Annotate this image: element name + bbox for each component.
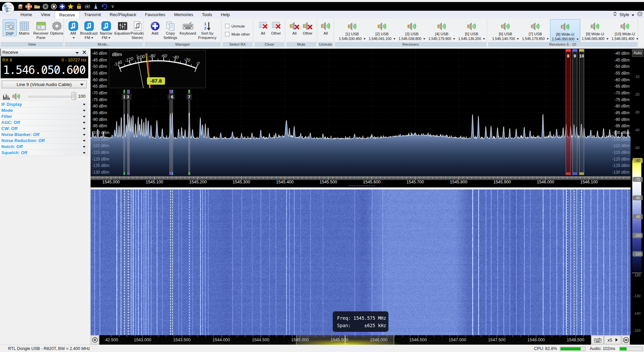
lock-icon[interactable] <box>75 3 83 10</box>
home-icon[interactable] <box>17 3 24 10</box>
receiver-button-5[interactable]: [5] USB1.545.136.200 <box>457 19 487 41</box>
receiver-id-mode: [2] USB <box>375 32 389 37</box>
palette-handle--110[interactable]: -110 <box>633 252 643 257</box>
folder-icon[interactable] <box>34 3 41 10</box>
receiver-button-6[interactable]: [6] USB1.545.140.700 <box>490 19 521 41</box>
ribbon-button-broadcast[interactable]: BroadcastFM <box>80 19 98 40</box>
receiver-button-3[interactable]: [3] USB1.545.038.800 <box>397 19 427 41</box>
palette-handle--100[interactable]: -100 <box>633 233 643 238</box>
style-button[interactable]: Style <box>620 12 629 17</box>
ribbon-button-copy[interactable]: CopySettings <box>162 19 178 40</box>
palette-handle--60[interactable]: -60 <box>633 158 643 163</box>
quick-access-dropdown-icon[interactable] <box>109 3 116 10</box>
receiver-band-marker-10[interactable]: 10 <box>579 49 584 175</box>
scroll-right-button[interactable] <box>622 336 630 344</box>
audio-device-select[interactable]: Line 9 (Virtual Audio Cable) <box>2 81 87 88</box>
equaliser-bars-icon[interactable] <box>3 92 11 102</box>
ribbon-button-narrow[interactable]: NarrowFM <box>99 19 113 40</box>
palette-auto-button[interactable]: Auto <box>632 49 643 57</box>
checkbox-box[interactable] <box>225 32 229 36</box>
receiver-marker-label-7[interactable]: 7 <box>186 94 192 100</box>
add-icon[interactable] <box>59 3 66 10</box>
settings-section-noise-reduction-off[interactable]: Noise Reduction: Off <box>0 138 88 144</box>
panel-close-icon[interactable] <box>83 49 86 55</box>
ribbon-button-pseudo[interactable]: PseudoStereo <box>131 19 144 40</box>
ribbon-button-all[interactable]: All <box>289 19 300 36</box>
tab-home[interactable]: Home <box>16 11 37 18</box>
settings-section-filter[interactable]: Filter <box>0 114 88 120</box>
palette-handle--80[interactable]: -80 <box>633 195 643 201</box>
palette-handle--70[interactable]: -70 <box>633 177 643 182</box>
ribbon-button-am[interactable]: AM <box>67 19 79 40</box>
checkbox-box[interactable] <box>225 24 229 28</box>
receiver-band-marker-9[interactable]: 9 <box>572 49 578 175</box>
receiver-button-10[interactable]: [10] Wide-U1.546.081.400 <box>610 19 640 41</box>
scroll-left-button[interactable] <box>91 336 99 344</box>
tab-favourites[interactable]: Favourites <box>141 11 170 18</box>
receiver-button-7[interactable]: [7] USB1.545.179.850 <box>520 19 550 41</box>
ribbon-button-all[interactable]: All <box>258 19 268 36</box>
favourite-star-icon[interactable] <box>67 3 74 10</box>
ribbon-button-other[interactable]: Other <box>301 19 314 36</box>
tab-help[interactable]: Help <box>216 11 234 18</box>
help-lifebuoy-icon[interactable] <box>25 3 32 10</box>
keyboard-entry-button[interactable] <box>591 336 604 344</box>
receiver-button-2[interactable]: [2] USB1.545.041.100 <box>367 19 397 41</box>
style-dropdown-icon[interactable] <box>632 12 635 18</box>
tab-view[interactable]: View <box>37 11 55 18</box>
checkbox-unmute[interactable]: Unmute <box>225 24 245 28</box>
receiver-marker-label-3[interactable]: 3 <box>125 94 130 100</box>
panel-menu-icon[interactable] <box>75 49 79 55</box>
navigation-scale[interactable]: 42.5001543.0001543.5001544.0001544.50015… <box>99 335 591 345</box>
palette-handle--90[interactable]: -90 <box>633 214 643 219</box>
speaker-green-icon <box>321 19 331 31</box>
spectrum-display[interactable]: 89101235647-40 dBm-40 dBm-45 dBm-45 dBm-… <box>91 49 631 176</box>
ribbon-button-equaliser[interactable]: Equaliser <box>114 19 131 36</box>
stop-icon[interactable] <box>50 3 57 10</box>
volume-slider-thumb[interactable] <box>71 92 76 100</box>
settings-gear-icon[interactable] <box>637 11 643 18</box>
frequency-display[interactable]: RX 8 0 - 10727 Hz 1.546.050.600 <box>1 56 88 78</box>
receiver-button-1[interactable]: [1] USB1.545.030.450 <box>337 19 367 41</box>
speaker-icon[interactable] <box>12 92 21 102</box>
receiver-button-8[interactable]: [8] Wide-U1.546.050.600 <box>550 19 580 42</box>
settings-section-mode[interactable]: Mode <box>0 107 88 114</box>
settings-section-agc-off[interactable]: AGC: Off <box>0 120 88 126</box>
ribbon-button-matrix[interactable]: Matrix <box>17 19 31 36</box>
spectrum-frequency-ruler[interactable]: 1545.0001545.1001545.2001545.3001545.400… <box>91 176 631 187</box>
receive-panel-header[interactable]: Receive <box>0 49 88 56</box>
receiver-marker-label-6[interactable]: 6 <box>169 94 175 100</box>
receiver-button-4[interactable]: [4] USB1.545.179.900 <box>427 19 457 41</box>
speed-button[interactable]: x5 <box>604 336 621 344</box>
receiver-button-9[interactable]: [9] Wide-U1.546.065.800 <box>580 19 610 41</box>
settings-section-notch-off[interactable]: Notch: Off <box>0 144 88 150</box>
panel-splitter[interactable] <box>88 49 91 345</box>
camera-icon[interactable] <box>84 3 91 10</box>
ribbon-button-options[interactable]: Options <box>51 19 62 36</box>
checkbox-mute-other[interactable]: Mute other <box>225 32 250 36</box>
volume-slider-track[interactable] <box>29 96 74 97</box>
app-logo-icon[interactable] <box>2 2 14 14</box>
ribbon-button-add[interactable]: Add <box>149 19 161 36</box>
tab-memories[interactable]: Memories <box>170 11 198 18</box>
ribbon-button-all[interactable]: All <box>320 19 331 36</box>
undo-icon[interactable] <box>101 3 108 10</box>
tab-transmit[interactable]: Transmit <box>80 11 105 18</box>
ribbon-button-dsp[interactable]: DSP <box>3 19 17 36</box>
ribbon-button-keyboard[interactable]: Keyboard <box>179 19 197 36</box>
tab-rec-playback[interactable]: Rec/Playback <box>105 11 141 18</box>
collapse-ribbon-icon[interactable] <box>613 11 617 18</box>
antenna-icon[interactable] <box>92 3 99 10</box>
tab-tools[interactable]: Tools <box>198 11 216 18</box>
tab-receive[interactable]: Receive <box>55 11 80 18</box>
waterfall-display[interactable]: Freq: 1545.575 MHz Span: ±625 kHz <box>91 189 631 335</box>
ribbon-button-sort-by[interactable]: 12Sort byFrequency <box>198 19 217 40</box>
settings-section-cw-off[interactable]: CW: Off <box>0 126 88 132</box>
settings-section-noise-blanker-off[interactable]: Noise Blanker: Off <box>0 132 88 138</box>
receiver-band-marker-8[interactable]: 8 <box>566 49 571 175</box>
ribbon-button-receiver[interactable]: ReceiverPane <box>32 19 50 40</box>
settings-section-squelch-off[interactable]: Squelch: Off <box>0 150 88 156</box>
settings-section-if-display[interactable]: IF Display <box>0 101 88 107</box>
ribbon-button-other[interactable]: Other <box>270 19 282 36</box>
play-icon[interactable] <box>42 3 49 10</box>
